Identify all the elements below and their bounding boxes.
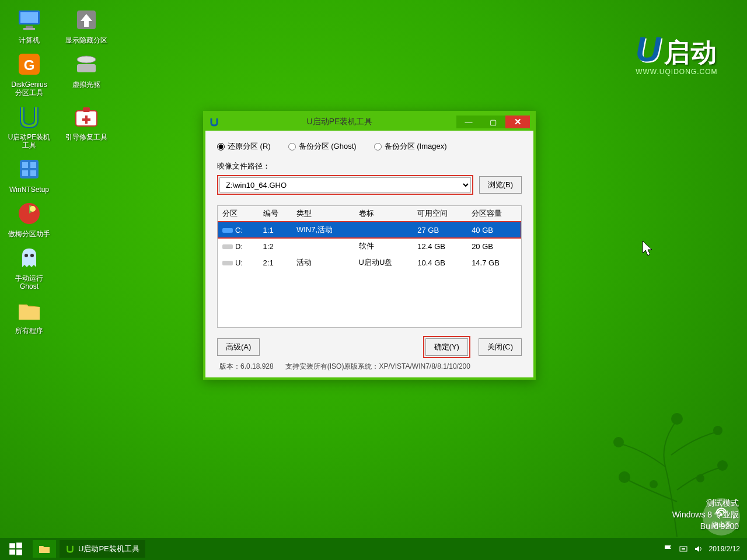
system-tray: 2019/2/12: [664, 544, 745, 554]
table-row[interactable]: U:2:1活动U启动U盘10.4 GB14.7 GB: [218, 254, 521, 271]
svg-point-26: [696, 474, 704, 482]
svg-point-20: [619, 471, 630, 483]
svg-rect-36: [682, 548, 685, 550]
svg-rect-33: [9, 550, 15, 555]
partition-table: 分区 编号 类型 卷标 可用空间 分区容量 C:1:1WIN7,活动27 GB4…: [217, 205, 522, 328]
svg-rect-29: [222, 244, 233, 249]
svg-rect-3: [23, 28, 35, 30]
flag-icon[interactable]: [664, 544, 673, 554]
path-highlight: Z:\win10_64.GHO: [217, 175, 473, 195]
svg-point-27: [720, 513, 722, 516]
table-row[interactable]: C:1:1WIN7,活动27 GB40 GB: [218, 222, 521, 239]
support-label: 支持安装所有(ISO)原版系统：XP/VISTA/WIN7/8/8.1/10/2…: [285, 362, 470, 372]
ok-highlight: 确定(Y): [423, 336, 470, 358]
cursor-icon: [642, 240, 654, 257]
monitor-icon: [15, 6, 43, 34]
svg-rect-13: [30, 162, 36, 168]
router-watermark: 路由器: [703, 498, 740, 536]
svg-rect-10: [83, 107, 90, 112]
arrow-up-icon: [72, 6, 100, 34]
svg-rect-14: [22, 170, 28, 176]
minimize-button[interactable]: —: [456, 116, 481, 128]
svg-rect-30: [222, 261, 233, 265]
svg-text:G: G: [24, 57, 35, 73]
taskbar-app[interactable]: U启动PE装机工具: [60, 540, 145, 558]
app-icon: [65, 544, 75, 554]
tray-date[interactable]: 2019/2/12: [709, 545, 740, 553]
browse-button[interactable]: 浏览(B): [479, 176, 522, 194]
desktop-icon-ghost[interactable]: 手动运行 Ghost: [6, 244, 53, 290]
close-button[interactable]: ✕: [505, 116, 530, 128]
folder-icon: [15, 296, 43, 324]
brand-logo: U 启动 WWW.UQIDONG.COM: [636, 29, 718, 76]
desktop-icon-upe[interactable]: U启动PE装机 工具: [6, 103, 53, 149]
windows-logo-icon: [8, 541, 23, 556]
svg-rect-28: [222, 228, 233, 233]
desktop-icon-diskgenius[interactable]: G DiskGenius 分区工具: [6, 50, 53, 97]
radio-backup-imagex[interactable]: 备份分区 (Imagex): [374, 141, 447, 152]
svg-point-24: [671, 413, 683, 425]
cdrom-icon: [72, 50, 100, 78]
table-row[interactable]: D:1:2软件12.4 GB20 GB: [218, 238, 521, 254]
window-body: 还原分区 (R) 备份分区 (Ghost) 备份分区 (Imagex) 映像文件…: [205, 131, 533, 377]
titlebar[interactable]: U启动PE装机工具 — ▢ ✕: [205, 113, 533, 131]
first-aid-icon: [72, 103, 100, 131]
svg-point-7: [77, 56, 96, 63]
volume-icon[interactable]: [694, 544, 703, 554]
desktop-icon-all-programs[interactable]: 所有程序: [6, 296, 53, 335]
svg-rect-2: [26, 26, 33, 28]
svg-rect-32: [16, 542, 22, 548]
advanced-button[interactable]: 高级(A): [217, 338, 260, 356]
radio-backup-ghost[interactable]: 备份分区 (Ghost): [288, 141, 357, 152]
image-path-select[interactable]: Z:\win10_64.GHO: [219, 177, 471, 192]
app-icon: [209, 117, 219, 127]
desktop-icon-show-hidden[interactable]: 显示隐藏分区: [63, 6, 110, 44]
ghost-icon: [15, 244, 43, 272]
svg-rect-8: [77, 64, 96, 72]
svg-rect-15: [30, 170, 36, 176]
svg-rect-1: [20, 12, 38, 23]
svg-rect-34: [16, 550, 22, 555]
setup-icon: [15, 155, 43, 183]
close-window-button[interactable]: 关闭(C): [479, 338, 522, 356]
desktop-icon-winntsetup[interactable]: WinNTSetup: [6, 155, 53, 194]
maximize-button[interactable]: ▢: [481, 116, 505, 128]
table-header-row: 分区 编号 类型 卷标 可用空间 分区容量: [218, 206, 521, 222]
partition-icon: [15, 200, 43, 228]
u-logo-icon: [15, 103, 43, 131]
svg-point-25: [650, 480, 658, 488]
radio-restore[interactable]: 还原分区 (R): [217, 141, 271, 152]
diskgenius-icon: G: [15, 50, 43, 78]
desktop-icon-virtual-cdrom[interactable]: 虚拟光驱: [63, 50, 110, 97]
svg-point-21: [613, 437, 624, 447]
svg-point-19: [30, 254, 34, 257]
svg-point-17: [30, 206, 36, 212]
desktop-icon-boot-repair[interactable]: 引导修复工具: [63, 103, 110, 149]
mode-radio-group: 还原分区 (R) 备份分区 (Ghost) 备份分区 (Imagex): [217, 141, 522, 152]
svg-point-22: [717, 460, 728, 471]
taskbar-explorer[interactable]: [33, 540, 56, 558]
taskbar: U启动PE装机工具 2019/2/12: [0, 538, 747, 560]
desktop: 计算机 显示隐藏分区 G DiskGenius 分区工具 虚拟光驱 U启动PE装…: [0, 0, 747, 560]
desktop-icon-aomei[interactable]: 傲梅分区助手: [6, 200, 53, 238]
installer-window: U启动PE装机工具 — ▢ ✕ 还原分区 (R) 备份分区 (Ghost) 备份…: [203, 111, 536, 380]
path-label: 映像文件路径：: [217, 161, 522, 172]
svg-rect-12: [22, 162, 28, 168]
svg-point-18: [25, 254, 28, 257]
svg-point-23: [713, 426, 722, 435]
ok-button[interactable]: 确定(Y): [425, 338, 468, 356]
desktop-icon-computer[interactable]: 计算机: [6, 6, 53, 44]
action-row: 高级(A) 确定(Y) 关闭(C): [217, 336, 522, 358]
start-button[interactable]: [2, 538, 29, 560]
desktop-icon-grid: 计算机 显示隐藏分区 G DiskGenius 分区工具 虚拟光驱 U启动PE装…: [6, 6, 110, 335]
window-title: U启动PE装机工具: [223, 117, 456, 127]
network-icon[interactable]: [679, 544, 688, 554]
version-label: 版本：6.0.18.928: [219, 362, 274, 372]
folder-icon: [39, 544, 50, 554]
svg-rect-31: [9, 543, 15, 548]
status-bar: 版本：6.0.18.928 支持安装所有(ISO)原版系统：XP/VISTA/W…: [217, 358, 522, 373]
